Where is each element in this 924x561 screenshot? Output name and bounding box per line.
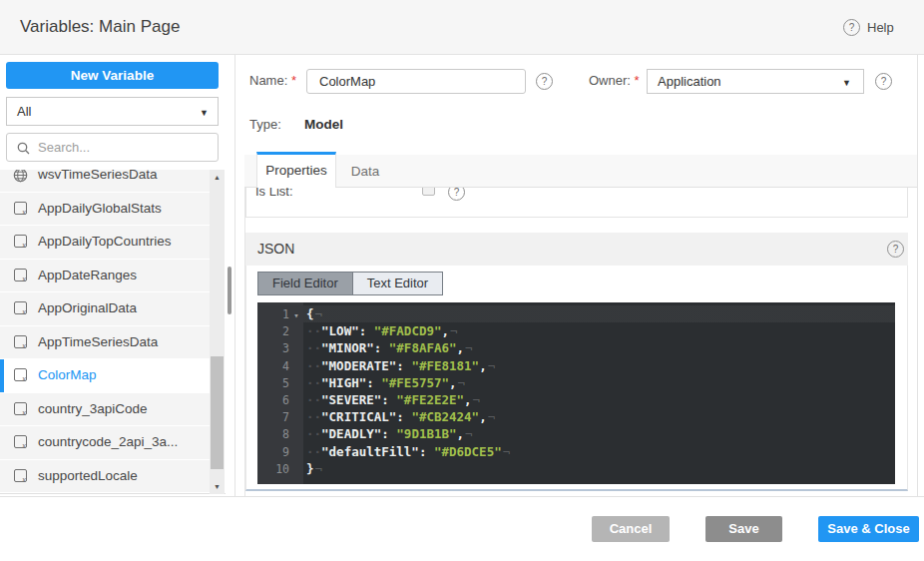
tab-properties[interactable]: Properties [256, 152, 336, 188]
main-panel-right-border [917, 55, 918, 496]
variable-filter-dropdown[interactable]: All ▼ [6, 97, 219, 126]
line-number: 3 [257, 340, 289, 357]
code-text: ··"HIGH": "#FE5757",¬ [306, 375, 465, 390]
list-item-label: wsvTimeSeriesData [38, 170, 158, 182]
code-line[interactable]: 5··"HIGH": "#FE5757",¬ [257, 374, 895, 391]
required-marker: * [291, 73, 296, 88]
code-line[interactable]: 4··"MODERATE": "#FE8181",¬ [257, 357, 895, 374]
type-label: Type: [249, 112, 281, 138]
name-field[interactable] [306, 69, 526, 94]
type-value: Model [304, 112, 343, 138]
text-editor-button[interactable]: Text Editor [352, 273, 442, 294]
owner-selected-value: Application [658, 70, 721, 94]
variable-icon: x [14, 235, 27, 248]
json-section-title: JSON [257, 241, 294, 257]
is-list-row: Is List: ? [245, 188, 908, 218]
list-item-label: ColorMap [38, 367, 97, 382]
code-text: ··"LOW": "#FADCD9",¬ [306, 323, 458, 338]
list-item[interactable]: xAppDailyGlobalStats [0, 193, 210, 226]
variable-icon: x [14, 402, 27, 415]
json-help-icon[interactable]: ? [887, 241, 904, 258]
code-line[interactable]: 9··"defaultFill": "#D6DCE5"¬ [257, 443, 895, 460]
scrollbar-thumb[interactable] [211, 356, 224, 469]
list-item[interactable]: xAppDailyTopCountries [0, 226, 210, 259]
is-list-checkbox[interactable] [422, 188, 435, 196]
variables-editor-window: Variables: Main Page ? Help New Variable… [0, 0, 924, 561]
scroll-down-icon[interactable]: ▼ [210, 483, 225, 490]
line-number: 9 [257, 444, 289, 461]
list-item[interactable]: xAppTimeSeriesData [0, 326, 210, 359]
variable-search[interactable] [6, 133, 219, 162]
code-line[interactable]: 1▾{¬ [257, 305, 895, 322]
help-icon[interactable]: ? [843, 19, 860, 36]
line-number: 1 [257, 306, 289, 323]
list-item[interactable]: wsvTimeSeriesData [0, 170, 210, 192]
list-item-label: AppDailyTopCountries [38, 234, 172, 249]
list-item[interactable]: xColorMap [0, 359, 210, 392]
variable-icon: x [14, 368, 27, 381]
new-variable-button[interactable]: New Variable [6, 62, 219, 89]
footer-divider [0, 496, 924, 497]
save-and-close-button[interactable]: Save & Close [818, 516, 919, 542]
required-marker: * [635, 73, 640, 88]
code-text: ··"SEVERE": "#FE2E2E",¬ [306, 392, 480, 407]
code-text: ··"CRITICAL": "#CB2424",¬ [306, 409, 495, 424]
code-text: ··"defaultFill": "#D6DCE5"¬ [306, 444, 510, 459]
list-scrollbar[interactable]: ▲ ▼ [210, 170, 225, 494]
variable-icon: x [14, 202, 27, 215]
code-line[interactable]: 10}¬ [257, 460, 895, 477]
list-item-label: AppTimeSeriesData [38, 334, 158, 349]
list-item[interactable]: xAppDateRanges [0, 260, 210, 292]
list-bottom-divider [0, 493, 226, 494]
tab-data[interactable]: Data [336, 155, 394, 188]
chevron-down-icon: ▼ [842, 78, 851, 88]
filter-selected-value: All [17, 98, 31, 126]
help-link[interactable]: Help [867, 20, 894, 35]
variable-icon: x [14, 301, 27, 314]
list-item[interactable]: xAppOriginalData [0, 292, 210, 325]
page-title: Variables: Main Page [20, 17, 180, 37]
list-item-label: AppOriginalData [38, 300, 137, 315]
code-text: ··"MODERATE": "#FE8181",¬ [306, 358, 495, 373]
list-item-label: supportedLocale [38, 468, 138, 483]
code-line[interactable]: 6··"SEVERE": "#FE2E2E",¬ [257, 391, 895, 408]
cancel-button[interactable]: Cancel [592, 516, 670, 542]
search-input[interactable] [38, 135, 208, 160]
save-button[interactable]: Save [705, 516, 782, 542]
help-glyph: ? [542, 76, 548, 87]
json-section-header [245, 233, 908, 266]
json-editor-toggle: Field Editor Text Editor [257, 272, 443, 295]
variable-icon: x [14, 335, 27, 348]
code-line[interactable]: 3··"MINOR": "#F8AFA6",¬ [257, 339, 895, 356]
help-glyph: ? [893, 244, 899, 255]
list-item[interactable]: xcountrycode_2api_3a... [0, 426, 210, 459]
name-help-icon[interactable]: ? [536, 73, 553, 90]
code-text: ··"MINOR": "#F8AFA6",¬ [306, 340, 473, 355]
code-line[interactable]: 8··"DEADLY": "9D1B1B",¬ [257, 425, 895, 442]
line-number: 8 [257, 426, 289, 443]
variable-icon: x [14, 469, 27, 482]
sidebar-divider [234, 55, 235, 496]
scroll-up-icon[interactable]: ▲ [210, 174, 225, 181]
help-glyph: ? [849, 22, 855, 33]
is-list-help-icon[interactable]: ? [448, 188, 465, 201]
variable-icon: x [14, 435, 27, 448]
line-number: 4 [257, 358, 289, 375]
json-code-editor[interactable]: 1▾{¬2··"LOW": "#FADCD9",¬3··"MINOR": "#F… [257, 302, 895, 484]
help-glyph: ? [881, 76, 887, 87]
owner-help-icon[interactable]: ? [875, 73, 892, 90]
list-item[interactable]: xcountry_3apiCode [0, 393, 210, 426]
owner-dropdown[interactable]: Application ▼ [647, 69, 864, 94]
chevron-down-icon: ▼ [200, 108, 209, 118]
variable-list: wsvTimeSeriesDataxAppDailyGlobalStatsxAp… [0, 170, 210, 494]
code-line[interactable]: 2··"LOW": "#FADCD9",¬ [257, 322, 895, 339]
code-text: }¬ [306, 461, 322, 476]
line-number: 10 [257, 461, 289, 478]
line-number: 5 [257, 375, 289, 392]
list-item-label: countrycode_2api_3a... [38, 434, 178, 449]
panel-scrollbar-thumb[interactable] [228, 267, 231, 314]
list-item[interactable]: xsupportedLocale [0, 460, 210, 493]
search-icon [17, 142, 30, 155]
code-line[interactable]: 7··"CRITICAL": "#CB2424",¬ [257, 408, 895, 425]
field-editor-button[interactable]: Field Editor [258, 273, 352, 294]
